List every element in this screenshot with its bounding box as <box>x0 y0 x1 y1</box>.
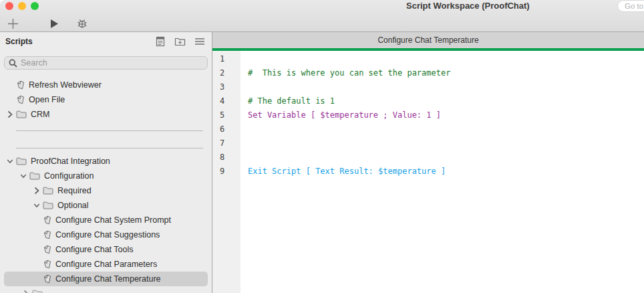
toolbar <box>0 15 90 32</box>
script-line[interactable]: 1 <box>212 52 644 66</box>
line-number: 1 <box>212 54 240 64</box>
script-item-label: Configure Chat Parameters <box>55 260 157 269</box>
folder-item-configuration[interactable]: Configuration <box>0 169 212 183</box>
script-line[interactable]: 8 <box>212 150 644 164</box>
chevron-right-icon[interactable] <box>23 290 29 293</box>
script-icon <box>16 80 25 90</box>
play-icon <box>49 19 59 29</box>
script-step-comment[interactable]: # This is where you can set the paramete… <box>240 68 450 78</box>
script-item-label: Open File <box>29 95 65 104</box>
folder-item-label: ProofChat Integration <box>31 157 110 166</box>
line-number: 8 <box>212 153 240 162</box>
script-item-configure-chat-parameters[interactable]: Configure Chat Parameters <box>0 257 212 272</box>
script-item-label: Configure Chat System Prompt <box>55 215 171 225</box>
script-line[interactable]: 7 <box>212 136 644 150</box>
editor-tab-bar: Configure Chat Temperature <box>212 32 644 48</box>
title-bar: Script Workspace (ProofChat) <box>0 0 644 32</box>
script-icon <box>43 274 51 284</box>
folder-item-label: Configuration <box>44 171 94 181</box>
sidebar-actions <box>155 36 206 47</box>
goto-search-input[interactable] <box>617 0 644 12</box>
chevron-down-icon[interactable] <box>20 173 27 179</box>
list-separator <box>16 130 203 131</box>
folder-item-proofchat-integration[interactable]: ProofChat Integration <box>0 154 212 169</box>
folder-item-optional[interactable]: Optional <box>0 198 212 213</box>
folder-item-label: CRM <box>31 110 49 119</box>
bug-icon <box>77 18 88 29</box>
folder-icon <box>43 187 53 195</box>
folder-icon <box>43 201 53 209</box>
folder-icon <box>32 290 43 293</box>
script-line[interactable]: 6 <box>212 122 644 136</box>
script-line[interactable]: 5 Set Variable [ $temperature ; Value: 1… <box>212 108 644 122</box>
script-item-open-file[interactable]: Open File <box>0 92 212 107</box>
folder-item-clipped[interactable] <box>0 286 212 293</box>
chevron-down-icon[interactable] <box>33 203 40 208</box>
script-line[interactable]: 2 # This is where you can set the parame… <box>212 66 644 80</box>
zoom-window-button[interactable] <box>31 2 39 10</box>
chevron-right-icon[interactable] <box>7 110 13 118</box>
new-folder-icon[interactable] <box>174 36 186 47</box>
menu-icon[interactable] <box>194 37 205 45</box>
line-number: 6 <box>212 124 240 134</box>
script-item-configure-chat-tools[interactable]: Configure Chat Tools <box>0 242 212 257</box>
line-number: 7 <box>212 138 240 148</box>
script-item-label: Configure Chat Temperature <box>55 274 161 284</box>
list-separator <box>16 148 203 149</box>
run-script-button[interactable] <box>47 15 61 31</box>
new-script-button[interactable] <box>5 15 20 31</box>
script-step-comment[interactable]: # The default is 1 <box>240 96 335 106</box>
debug-script-button[interactable] <box>75 15 90 31</box>
script-code-area[interactable]: 1 2 # This is where you can set the para… <box>212 51 644 293</box>
sidebar-header: Scripts <box>0 32 212 51</box>
line-number: 5 <box>212 110 240 120</box>
script-icon <box>43 245 51 254</box>
search-icon <box>9 59 17 68</box>
main-split: Scripts <box>0 32 644 293</box>
close-window-button[interactable] <box>5 2 13 10</box>
folder-icon <box>29 172 40 180</box>
script-item-label: Configure Chat Suggestions <box>55 230 160 239</box>
folder-item-label: Optional <box>57 201 89 210</box>
line-number: 4 <box>212 96 240 106</box>
script-list: Refresh Webviewer Open File <box>0 78 212 293</box>
script-icon <box>43 260 51 269</box>
scripts-sidebar: Scripts <box>0 32 212 293</box>
script-icon <box>43 215 51 225</box>
script-editor-pane: Configure Chat Temperature 1 2 # This is… <box>212 32 644 293</box>
script-item-label: Configure Chat Tools <box>55 245 134 254</box>
folder-icon <box>16 157 27 165</box>
folder-item-crm[interactable]: CRM <box>0 107 212 122</box>
script-icon <box>43 230 51 239</box>
script-line[interactable]: 4 # The default is 1 <box>212 94 644 108</box>
script-item-label: Refresh Webviewer <box>29 80 102 90</box>
traffic-lights <box>5 2 39 10</box>
script-workspace-window: Script Workspace (ProofChat) <box>0 0 644 293</box>
script-icon <box>16 95 25 104</box>
script-item-refresh-webviewer[interactable]: Refresh Webviewer <box>0 78 212 92</box>
folder-item-required[interactable]: Required <box>0 183 212 198</box>
script-step-exit-script[interactable]: Exit Script [ Text Result: $temperature … <box>240 167 446 176</box>
minimize-window-button[interactable] <box>18 2 26 10</box>
script-item-configure-chat-suggestions[interactable]: Configure Chat Suggestions <box>0 227 212 242</box>
script-item-configure-chat-system-prompt[interactable]: Configure Chat System Prompt <box>0 213 212 227</box>
script-item-configure-chat-temperature[interactable]: Configure Chat Temperature <box>4 272 208 286</box>
folder-icon <box>16 110 27 118</box>
new-script-icon[interactable] <box>155 36 166 47</box>
tab-configure-chat-temperature[interactable]: Configure Chat Temperature <box>377 35 478 45</box>
script-step-set-variable[interactable]: Set Variable [ $temperature ; Value: 1 ] <box>240 110 441 120</box>
plus-icon <box>7 17 19 30</box>
line-number: 9 <box>212 167 240 176</box>
chevron-right-icon[interactable] <box>33 187 40 195</box>
sidebar-title: Scripts <box>5 37 155 46</box>
line-number: 3 <box>212 82 240 92</box>
script-line[interactable]: 3 <box>212 80 644 94</box>
window-title: Script Workspace (ProofChat) <box>406 1 530 11</box>
line-number: 2 <box>212 68 240 78</box>
chevron-down-icon[interactable] <box>7 159 13 164</box>
search-input[interactable] <box>21 58 203 68</box>
script-line[interactable]: 9 Exit Script [ Text Result: $temperatur… <box>212 164 644 178</box>
sidebar-search[interactable] <box>4 56 208 70</box>
folder-item-label: Required <box>57 186 92 195</box>
